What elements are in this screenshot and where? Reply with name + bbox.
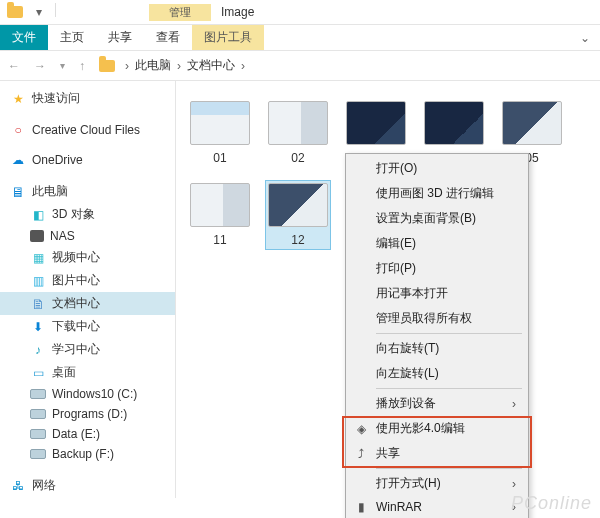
folder-icon [99,60,115,72]
drive-icon [30,409,46,419]
desktop-icon: ▭ [30,366,46,380]
app-icon: ◈ [353,422,369,436]
back-button[interactable]: ← [8,59,20,73]
star-icon: ★ [10,92,26,106]
menu-cast-to-device[interactable]: 播放到设备› [348,391,526,416]
crumb-this-pc[interactable]: 此电脑 [135,57,171,74]
menu-separator [376,468,522,469]
contextual-group-label: 管理 [149,4,211,21]
sidebar-nas[interactable]: NAS [0,226,175,246]
creative-cloud-icon: ○ [10,123,26,137]
sidebar-videos[interactable]: ▦视频中心 [0,246,175,269]
cloud-icon: ☁ [10,153,26,167]
title-bar: ▾ 管理 Image [0,0,600,25]
picture-icon: ▥ [30,274,46,288]
menu-separator [376,333,522,334]
cube-icon: ◧ [30,208,46,222]
qat-dropdown-icon[interactable]: ▾ [28,3,50,21]
drive-icon [30,449,46,459]
history-dropdown-icon[interactable]: ▾ [60,60,65,71]
ribbon-expand-icon[interactable]: ⌄ [570,25,600,50]
crumb-docs[interactable]: 文档中心 [187,57,235,74]
pc-icon: 🖥 [10,185,26,199]
up-button[interactable]: ↑ [79,59,85,73]
image-preview-icon [346,101,406,145]
file-thumbnail[interactable]: 02 [266,99,330,167]
menu-rotate-left[interactable]: 向左旋转(L) [348,361,526,386]
tab-view[interactable]: 查看 [144,25,192,50]
sidebar-drive-e[interactable]: Data (E:) [0,424,175,444]
menu-winrar[interactable]: ▮WinRAR› [348,496,526,518]
file-thumbnail-selected[interactable]: 12 [266,181,330,249]
share-icon: ⤴ [353,447,369,461]
film-icon: ▦ [30,251,46,265]
sidebar-3d-objects[interactable]: ◧3D 对象 [0,203,175,226]
sidebar-onedrive[interactable]: ☁OneDrive [0,150,175,170]
context-menu: 打开(O) 使用画图 3D 进行编辑 设置为桌面背景(B) 编辑(E) 打印(P… [345,153,529,518]
menu-edit-paint3d[interactable]: 使用画图 3D 进行编辑 [348,181,526,206]
nas-icon [30,230,44,242]
image-preview-icon [268,183,328,227]
image-preview-icon [190,183,250,227]
image-preview-icon [502,101,562,145]
image-preview-icon [190,101,250,145]
sidebar-this-pc[interactable]: 🖥此电脑 [0,180,175,203]
sidebar-pictures[interactable]: ▥图片中心 [0,269,175,292]
menu-admin-ownership[interactable]: 管理员取得所有权 [348,306,526,331]
folder-icon[interactable] [4,3,26,21]
image-preview-icon [424,101,484,145]
menu-open[interactable]: 打开(O) [348,156,526,181]
drive-icon [30,429,46,439]
winrar-icon: ▮ [353,500,369,514]
menu-rotate-right[interactable]: 向右旋转(T) [348,336,526,361]
menu-edit[interactable]: 编辑(E) [348,231,526,256]
breadcrumb[interactable]: › 此电脑 › 文档中心 › [99,57,249,74]
menu-set-background[interactable]: 设置为桌面背景(B) [348,206,526,231]
tab-home[interactable]: 主页 [48,25,96,50]
window-title: Image [221,5,254,19]
tab-picture-tools[interactable]: 图片工具 [192,25,264,50]
network-icon: 🖧 [10,479,26,493]
document-icon: 🗎 [30,297,46,311]
chevron-right-icon: › [512,477,516,491]
tab-share[interactable]: 共享 [96,25,144,50]
ribbon-tabs: 文件 主页 共享 查看 图片工具 ⌄ [0,25,600,51]
sidebar-network[interactable]: 🖧网络 [0,474,175,497]
menu-separator [376,388,522,389]
chevron-right-icon: › [512,397,516,411]
sidebar-drive-f[interactable]: Backup (F:) [0,444,175,464]
sidebar-family-pc[interactable]: 🖥FAMILY-PC1 [0,497,175,498]
address-bar: ← → ▾ ↑ › 此电脑 › 文档中心 › [0,51,600,81]
menu-open-notepad[interactable]: 用记事本打开 [348,281,526,306]
file-thumbnail[interactable]: 01 [188,99,252,167]
forward-button: → [34,59,46,73]
menu-share[interactable]: ⤴共享 [348,441,526,466]
drive-icon [30,389,46,399]
navigation-pane: ★快速访问 ○Creative Cloud Files ☁OneDrive 🖥此… [0,81,176,498]
sidebar-creative-cloud[interactable]: ○Creative Cloud Files [0,120,175,140]
download-icon: ⬇ [30,320,46,334]
sidebar-documents[interactable]: 🗎文档中心 [0,292,175,315]
menu-print[interactable]: 打印(P) [348,256,526,281]
sidebar-desktop[interactable]: ▭桌面 [0,361,175,384]
menu-kuang-edit[interactable]: ◈使用光影4.0编辑 [348,416,526,441]
image-preview-icon [268,101,328,145]
nav-buttons: ← → ▾ ↑ [8,59,85,73]
sidebar-study[interactable]: ♪学习中心 [0,338,175,361]
file-thumbnail[interactable]: 11 [188,181,252,249]
tab-file[interactable]: 文件 [0,25,48,50]
quick-access-toolbar: ▾ [4,3,59,21]
music-icon: ♪ [30,343,46,357]
watermark: PConline [511,493,592,514]
sidebar-drive-d[interactable]: Programs (D:) [0,404,175,424]
menu-open-with[interactable]: 打开方式(H)› [348,471,526,496]
sidebar-quick-access[interactable]: ★快速访问 [0,87,175,110]
contextual-tab-group: 管理 [149,4,211,21]
sidebar-downloads[interactable]: ⬇下载中心 [0,315,175,338]
sidebar-drive-c[interactable]: Windows10 (C:) [0,384,175,404]
